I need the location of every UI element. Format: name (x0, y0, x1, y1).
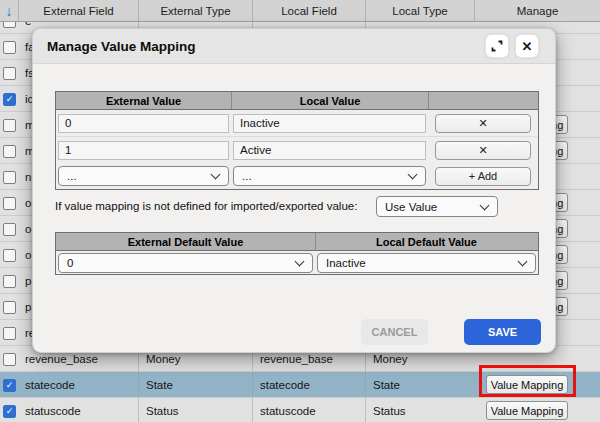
external-default-select[interactable]: 0 (58, 253, 313, 273)
external-value-cell: 0 (56, 110, 231, 136)
local-value-select-value: ... (242, 170, 252, 182)
mapping-row: 0Inactive✕ (56, 110, 538, 137)
remove-cell: ✕ (428, 110, 538, 136)
row-checkbox[interactable] (3, 327, 16, 340)
local-default-select[interactable]: Inactive (317, 253, 536, 273)
external-value-select[interactable]: ... (58, 166, 229, 186)
save-button[interactable]: SAVE (464, 319, 541, 345)
cell-external-type: State (138, 372, 252, 397)
row-checkbox[interactable] (3, 301, 16, 314)
fallback-row: If value mapping is not defined for impo… (55, 196, 537, 218)
external-value-input[interactable]: 1 (58, 141, 229, 160)
row-checkbox[interactable] (3, 223, 16, 236)
row-checkbox[interactable] (3, 67, 16, 80)
default-value-row: 0 Inactive (56, 251, 538, 274)
row-checkbox[interactable] (3, 41, 16, 54)
column-header-local-field[interactable]: Local Field (252, 0, 365, 21)
value-mapping-table-header: External Value Local Value (56, 92, 538, 110)
external-default-cell: 0 (56, 251, 315, 274)
local-value-header: Local Value (231, 92, 428, 109)
row-checkbox[interactable] (3, 171, 16, 184)
row-checkbox[interactable] (3, 119, 16, 132)
row-checkbox[interactable]: ✓ (3, 93, 16, 106)
cancel-button[interactable]: CANCEL (361, 319, 428, 345)
annotation-highlight (479, 365, 576, 397)
sort-column-header[interactable]: ↓ (0, 0, 18, 21)
local-value-cell: Inactive (231, 110, 428, 136)
cell-local-field: statuscode (252, 398, 365, 422)
column-header-external-field[interactable]: External Field (18, 0, 138, 21)
external-default-value: 0 (67, 257, 73, 269)
row-checkbox[interactable] (3, 275, 16, 288)
chevron-down-icon (295, 256, 305, 266)
dialog-title: Manage Value Mapping (47, 29, 196, 63)
local-value-cell: Active (231, 137, 428, 163)
external-value-input[interactable]: 0 (58, 114, 229, 133)
cell-local-type: State (365, 372, 474, 397)
remove-cell: ✕ (428, 137, 538, 163)
external-value-cell: 1 (56, 137, 231, 163)
table-header: ↓External FieldExternal TypeLocal FieldL… (0, 0, 600, 22)
fallback-label: If value mapping is not defined for impo… (55, 200, 357, 212)
close-icon[interactable]: ✕ (515, 34, 539, 58)
chevron-down-icon (480, 200, 490, 210)
table-row: ✓statuscodeStatusstatuscodeStatusValue M… (0, 398, 600, 422)
local-default-header: Local Default Value (315, 233, 537, 250)
fallback-select[interactable]: Use Value (376, 196, 498, 217)
local-default-cell: Inactive (315, 251, 538, 274)
cell-local-type: Status (365, 398, 474, 422)
cell-local-field: statecode (252, 372, 365, 397)
new-local-cell: ... (231, 163, 428, 189)
column-header-local-type[interactable]: Local Type (365, 0, 474, 21)
external-default-header: External Default Value (56, 233, 315, 250)
column-header-manage[interactable]: Manage (474, 0, 600, 21)
cell-external-field: statecode (18, 372, 138, 397)
chevron-down-icon (408, 170, 418, 180)
new-mapping-row: ... ... + Add (56, 163, 538, 189)
row-checkbox[interactable] (3, 197, 16, 210)
default-value-table-header: External Default Value Local Default Val… (56, 233, 538, 251)
external-value-header: External Value (56, 92, 231, 109)
column-header-external-type[interactable]: External Type (138, 0, 252, 21)
cell-external-type: Status (138, 398, 252, 422)
cell-external-field: statuscode (18, 398, 138, 422)
add-mapping-button[interactable]: + Add (435, 167, 531, 186)
field-mapping-screen: efafs✓icmValue MappingmValue MappingnoVa… (0, 0, 600, 422)
remove-mapping-button[interactable]: ✕ (435, 141, 531, 160)
actions-header (428, 92, 537, 109)
row-checkbox[interactable]: ✓ (3, 405, 16, 418)
arrow-down-icon: ↓ (6, 4, 13, 18)
external-value-select-value: ... (67, 170, 77, 182)
add-cell: + Add (428, 163, 538, 189)
chevron-down-icon (518, 256, 528, 266)
row-checkbox[interactable] (3, 249, 16, 262)
local-value-input[interactable]: Inactive (233, 114, 426, 133)
row-checkbox[interactable] (3, 353, 16, 366)
local-default-value: Inactive (326, 257, 366, 269)
value-mapping-table: External Value Local Value 0Inactive✕1Ac… (55, 91, 539, 190)
local-value-select[interactable]: ... (233, 166, 426, 186)
row-checkbox[interactable]: ✓ (3, 379, 16, 392)
remove-mapping-button[interactable]: ✕ (435, 114, 531, 133)
dialog-titlebar: Manage Value Mapping ✕ (33, 29, 555, 64)
expand-icon[interactable] (485, 34, 509, 58)
chevron-down-icon (211, 170, 221, 180)
fallback-select-value: Use Value (385, 201, 437, 213)
mapping-row: 1Active✕ (56, 137, 538, 163)
row-checkbox[interactable] (3, 145, 16, 158)
default-value-table: External Default Value Local Default Val… (55, 232, 539, 275)
local-value-input[interactable]: Active (233, 141, 426, 160)
value-mapping-button[interactable]: Value Mapping (486, 401, 568, 420)
new-external-cell: ... (56, 163, 231, 189)
manage-value-mapping-dialog: Manage Value Mapping ✕ External Value Lo… (32, 28, 556, 353)
